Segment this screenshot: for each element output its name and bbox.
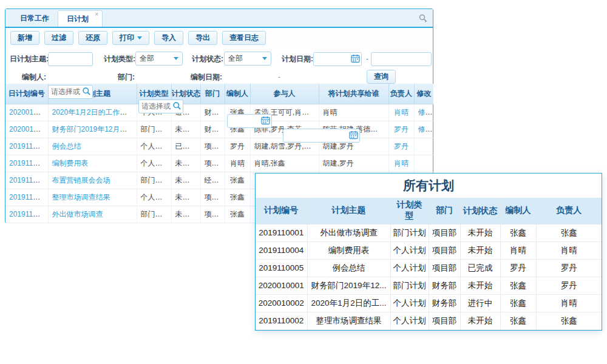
cell-link[interactable]: 2020年1月2日的工作日... [48,104,137,121]
quick-search-icon[interactable] [418,13,428,23]
cell: 财务部 [429,294,460,312]
cell: 项目部 [429,259,460,277]
cell: 胡建,罗丹 [319,155,388,172]
cell: 未开始 [460,312,500,329]
column-header[interactable]: 修改 [414,84,433,104]
tab-close-icon[interactable]: × [95,12,98,18]
cell: 部门计划 [137,121,171,138]
cell: 2019110001 [256,224,307,241]
export-button[interactable]: 导出 [188,31,217,45]
filter-button[interactable]: 过滤 [44,31,73,45]
cell: 已完成 [460,259,500,277]
cell-link[interactable]: 2019110003 [5,172,48,189]
column-header[interactable]: 计划主题 [307,198,390,224]
cell-link[interactable]: 罗丹 [388,121,414,138]
table-row[interactable]: 2020010001财务部门2019年12月的...部门计划未开始财务部张鑫陈菲… [5,121,433,138]
cell-link[interactable]: 修改 [414,104,433,121]
column-header[interactable]: 参与人 [250,84,319,104]
cell: 部门计划 [390,224,429,241]
view-log-button[interactable]: 查看日志 [222,31,266,45]
table-row[interactable]: 2019110004编制费用表个人计划项目部未开始肖晴肖晴 [256,241,602,259]
plan-date-to-input[interactable] [371,52,432,66]
cell-link[interactable]: 财务部门2019年12月的... [48,121,137,138]
column-header[interactable]: 计划编号 [256,198,307,224]
column-header[interactable]: 计划类型 [390,198,429,224]
cell-link[interactable]: 修改 [414,121,433,138]
column-header[interactable]: 部门 [200,84,225,104]
cell: 肖晴 [319,104,388,121]
cell: 未开始 [171,121,200,138]
plan-type-select[interactable]: 全部 [135,52,183,66]
plan-status-value: 全部 [228,53,243,64]
cell: 编制费用表 [307,241,390,259]
tab-daily-plan[interactable]: 日计划 × [58,10,103,27]
cell [414,155,433,172]
button-label: 打印 [120,33,134,43]
tab-bar: 日常工作 日计划 × [5,9,433,28]
table-row[interactable]: 2020010001财务部门2019年12...部门计划财务部未开始张鑫罗丹 [256,277,602,294]
cell-link[interactable]: 罗丹 [388,138,414,155]
cell: 未开始 [171,172,200,189]
cell-link[interactable]: 2020010002 [5,104,48,121]
cell-link[interactable]: 肖晴 [388,104,414,121]
cell-link[interactable]: 2019110005 [5,138,48,155]
cell: 2020010001 [256,277,307,294]
search-icon[interactable] [172,101,181,110]
tab-daily-work[interactable]: 日常工作 [12,10,58,27]
table-row[interactable]: 20200100022020年1月2日的工作日...个人计划进行中财务部张鑫孟浩… [5,104,433,121]
cell-link[interactable]: 2020010001 [5,121,48,138]
column-header[interactable]: 将计划共享给谁 [319,84,388,104]
cell: 张鑫 [500,294,536,312]
subject-input[interactable] [48,52,93,66]
column-header[interactable]: 负责人 [536,198,602,224]
cell: 整理市场调查结果 [307,312,390,329]
add-button[interactable]: 新增 [10,31,39,45]
cell: 未开始 [460,224,500,241]
table-row[interactable]: 20200100022020年1月2日的工...个人计划财务部进行中张鑫肖晴 [256,294,602,312]
cell: 肖晴 [225,155,250,172]
tab-label: 日常工作 [20,14,49,22]
column-header[interactable]: 编制人 [500,198,536,224]
cell-link[interactable]: 例会总结 [48,138,137,155]
table-row[interactable]: 2019110004编制费用表个人计划未开始项目部肖晴肖晴,张鑫胡建,罗丹肖晴 [5,155,433,172]
plan-status-select[interactable]: 全部 [224,52,271,66]
cell: 张鑫 [500,312,536,329]
print-button[interactable]: 打印 [112,31,149,45]
column-header[interactable]: 日计划编号 [5,84,48,104]
button-label: 新增 [18,33,32,43]
calendar-icon[interactable] [349,130,358,140]
create-date-to-input[interactable] [283,129,360,143]
cell: 项目部 [429,312,460,329]
cell-link[interactable]: 整理市场调查结果 [48,189,137,206]
cell: 项目部 [429,224,460,241]
cell: 2020010002 [256,294,307,312]
button-label: 导入 [161,33,176,43]
cell-link[interactable]: 2019110002 [5,189,48,206]
search-button[interactable]: 查询 [367,70,396,84]
cell-link[interactable]: 编制费用表 [48,155,137,172]
column-header[interactable]: 部门 [429,198,460,224]
calendar-icon[interactable] [261,116,270,125]
cell-link[interactable]: 布置营销展会会场 [48,172,137,189]
table-row[interactable]: 2019110002整理市场调查结果个人计划项目部未开始张鑫张鑫 [256,312,602,329]
column-header[interactable]: 负责人 [388,84,414,104]
cell: 罗丹 [536,277,602,294]
table-row[interactable]: 2019110005例会总结个人计划项目部已完成罗丹罗丹 [256,259,602,277]
table-row[interactable]: 2019110001外出做市场调查部门计划项目部未开始张鑫张鑫 [256,224,602,241]
table-row[interactable]: 2019110005例会总结个人计划已完成项目部罗丹胡建,胡雪,罗丹,任晓...… [5,138,433,155]
cell-link[interactable]: 外出做市场调查 [48,206,137,223]
plan-type-label: 计划类型: [104,54,135,64]
cell-link[interactable]: 2019110001 [5,206,48,223]
calendar-icon[interactable] [351,54,360,63]
cell-link[interactable]: 2019110004 [5,155,48,172]
cell: 张鑫 [500,277,536,294]
search-icon[interactable] [82,87,91,96]
cell-link[interactable]: 肖晴 [388,155,414,172]
import-button[interactable]: 导入 [154,31,183,45]
column-header[interactable]: 计划状态 [460,198,500,224]
button-label: 还原 [86,33,100,43]
cell: 未开始 [460,277,500,294]
column-header[interactable]: 编制人 [225,84,250,104]
restore-button[interactable]: 还原 [78,31,107,45]
filter-panel: 日计划主题: 计划类型: 全部 计划状态: 全部 计划日期: [5,47,433,84]
